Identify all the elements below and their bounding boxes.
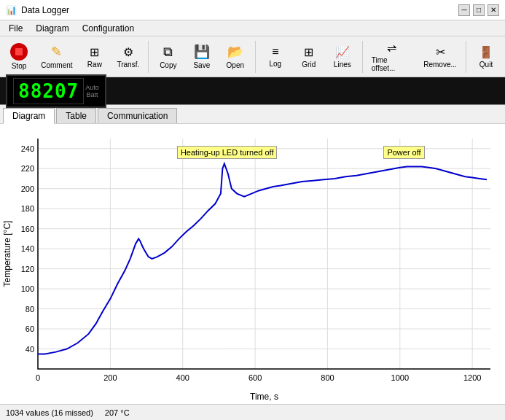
raw-icon: ⊞ [90,45,99,59]
transf-button[interactable]: ⚙ Transf. [112,42,144,71]
quit-button[interactable]: 🚪 Quit [470,42,502,71]
comment-button[interactable]: ✎ Comment [36,41,77,72]
comment-icon: ✎ [51,44,62,60]
stop-svg [11,44,27,60]
close-button[interactable]: ✕ [488,4,499,16]
auto-batt-label: Auto Batt [85,84,99,98]
log-button[interactable]: ≡ Log [259,42,291,71]
transf-label: Transf. [117,61,139,69]
tab-diagram[interactable]: Diagram [3,108,55,124]
annotation-heating-led: Heating-up LED turned off [177,146,278,159]
comment-label: Comment [41,61,72,69]
toolbar: Stop ✎ Comment ⊞ Raw ⚙ Transf. ⧉ Copy 💾 … [0,36,505,77]
separator-3 [362,41,363,73]
lines-label: Lines [334,61,351,69]
titlebar: 📊 Data Logger ─ □ ✕ [0,0,505,20]
lines-icon: 📈 [335,45,350,59]
copy-icon: ⧉ [163,44,173,60]
open-label: Open [227,61,244,69]
chart-canvas [0,124,505,404]
menu-diagram[interactable]: Diagram [30,22,74,35]
quit-label: Quit [479,61,493,69]
titlebar-left: 📊 Data Logger [6,5,69,15]
temperature-status: 207 °C [105,408,130,417]
maximize-button[interactable]: □ [473,4,485,16]
open-button[interactable]: 📂 Open [219,41,251,72]
log-label: Log [269,60,281,68]
values-info: 1034 values (16 missed) [6,408,93,417]
separator-1 [148,41,149,73]
stop-button[interactable]: Stop [3,40,35,73]
tabs: Diagram Table Communication [0,105,505,124]
open-icon: 📂 [227,44,243,60]
remove-label: Remove... [423,61,457,69]
app-icon: 📊 [6,5,17,15]
timeoffset-icon: ⇌ [387,41,396,55]
menubar: File Diagram Configuration [0,20,505,36]
remove-button[interactable]: ✂ Remove... [418,42,462,71]
raw-label: Raw [87,61,102,69]
chart-area: Heating-up LED turned off Power off [0,124,505,404]
grid-label: Grid [302,61,316,69]
tab-communication[interactable]: Communication [98,108,177,123]
copy-button[interactable]: ⧉ Copy [152,42,184,72]
temperature-display: 88207 [13,78,84,104]
minimize-button[interactable]: ─ [458,4,470,16]
grid-button[interactable]: ⊞ Grid [293,42,325,71]
tab-table[interactable]: Table [56,108,96,123]
display-panel: 88207 Auto Batt [0,77,505,105]
stop-icon [10,43,28,61]
quit-icon: 🚪 [479,45,493,59]
remove-icon: ✂ [436,45,445,59]
copy-label: Copy [160,61,176,69]
lines-button[interactable]: 📈 Lines [326,42,359,71]
save-button[interactable]: 💾 Save [186,41,218,72]
menu-file[interactable]: File [3,22,28,35]
save-icon: 💾 [194,44,210,60]
grid-icon: ⊞ [304,45,313,59]
separator-4 [466,41,466,73]
timeoffset-button[interactable]: ⇌ Time offset... [367,38,417,75]
raw-button[interactable]: ⊞ Raw [79,42,111,71]
titlebar-controls: ─ □ ✕ [458,4,499,16]
annotation-power-off: Power off [383,146,424,159]
transf-icon: ⚙ [123,45,133,59]
separator-2 [255,41,256,73]
app-title: Data Logger [21,5,69,15]
log-icon: ≡ [272,45,278,58]
timeoffset-label: Time offset... [372,56,412,72]
svg-rect-1 [15,48,23,55]
save-label: Save [193,61,210,69]
statusbar: 1034 values (16 missed) 207 °C [0,404,505,420]
menu-configuration[interactable]: Configuration [77,22,140,35]
stop-label: Stop [12,62,27,70]
